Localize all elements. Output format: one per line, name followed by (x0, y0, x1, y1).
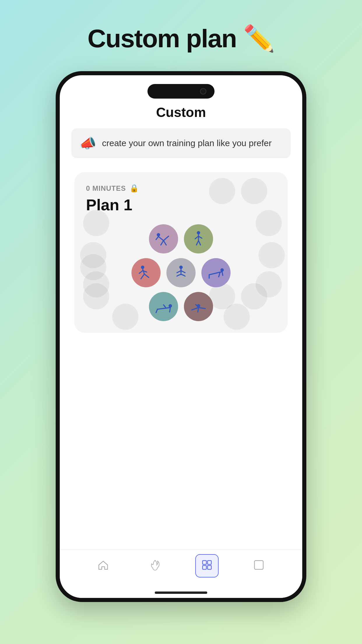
exercise-icon-7 (188, 296, 209, 317)
svg-line-29 (170, 308, 170, 312)
banner: 📣 create your own training plan like you… (71, 128, 291, 158)
exercise-circle-6[interactable] (149, 292, 178, 321)
svg-rect-39 (208, 566, 211, 569)
svg-line-28 (156, 309, 157, 313)
exercise-circle-3[interactable] (131, 258, 161, 287)
svg-line-14 (141, 274, 145, 279)
plan-card[interactable]: 0 MINUTES 🔒 Plan 1 (74, 172, 288, 333)
svg-line-16 (139, 271, 143, 273)
svg-point-6 (197, 231, 200, 235)
svg-line-19 (177, 271, 181, 273)
page-wrapper: Custom plan ✏️ Custom 📣 create your own … (0, 0, 362, 644)
svg-line-2 (164, 236, 169, 241)
svg-line-27 (157, 308, 170, 309)
screen-title: Custom (71, 104, 291, 120)
screen-content: Custom 📣 create your own training plan l… (60, 99, 302, 550)
exercise-icon-3 (136, 262, 156, 283)
svg-line-30 (164, 305, 166, 308)
exercise-icon-1 (153, 229, 174, 249)
home-indicator (60, 587, 302, 598)
exercise-icon-2 (188, 229, 209, 249)
svg-point-26 (169, 304, 172, 308)
banner-icon: 📣 (80, 135, 96, 151)
svg-line-5 (156, 237, 158, 240)
grid-icon (201, 559, 213, 573)
exercise-circle-1[interactable] (149, 224, 178, 253)
svg-line-34 (198, 308, 198, 312)
svg-line-10 (196, 241, 198, 245)
page-title-area: Custom plan ✏️ (87, 23, 274, 54)
svg-rect-40 (254, 561, 263, 569)
svg-line-33 (198, 308, 205, 309)
exercise-circle-2[interactable] (184, 224, 213, 253)
nav-item-fire[interactable] (143, 554, 167, 578)
exercise-cluster (86, 224, 276, 321)
svg-line-23 (219, 272, 220, 277)
exercise-row-2 (131, 258, 231, 287)
nav-item-grid[interactable] (195, 554, 219, 578)
nav-item-home[interactable] (92, 554, 115, 578)
dynamic-island (147, 84, 215, 99)
plan-minutes: 0 MINUTES (86, 184, 126, 192)
exercise-icon-5 (206, 262, 226, 283)
lock-icon: 🔒 (129, 184, 139, 193)
plan-name: Plan 1 (86, 196, 276, 214)
svg-rect-38 (203, 566, 206, 569)
svg-rect-37 (208, 561, 211, 564)
bottom-nav (60, 550, 302, 587)
exercise-icon-4 (171, 262, 191, 283)
fire-icon (149, 559, 161, 573)
exercise-row-1 (149, 224, 213, 253)
svg-line-1 (159, 237, 164, 241)
exercise-icon-6 (153, 296, 174, 317)
card-icon (253, 559, 265, 573)
page-title-text: Custom plan (87, 24, 236, 53)
exercise-circle-5[interactable] (201, 258, 231, 287)
svg-line-3 (161, 241, 164, 245)
svg-line-11 (198, 241, 201, 245)
svg-line-4 (164, 241, 166, 245)
svg-point-21 (220, 268, 224, 272)
svg-rect-36 (203, 561, 206, 564)
home-bar (155, 592, 207, 594)
svg-line-15 (144, 274, 149, 278)
nav-item-card[interactable] (247, 554, 270, 578)
phone-frame: Custom 📣 create your own training plan l… (56, 71, 306, 602)
plan-meta: 0 MINUTES 🔒 (86, 184, 276, 193)
exercise-circle-7[interactable] (184, 292, 213, 321)
banner-text: create your own training plan like you p… (102, 138, 272, 148)
svg-point-0 (157, 233, 160, 237)
svg-line-20 (181, 271, 185, 273)
pencil-emoji: ✏️ (243, 24, 275, 53)
exercise-row-3 (149, 292, 213, 321)
home-icon (97, 559, 109, 573)
page-title: Custom plan ✏️ (87, 23, 274, 54)
exercise-circle-4[interactable] (166, 258, 196, 287)
svg-line-32 (192, 308, 198, 310)
svg-line-25 (222, 272, 223, 276)
